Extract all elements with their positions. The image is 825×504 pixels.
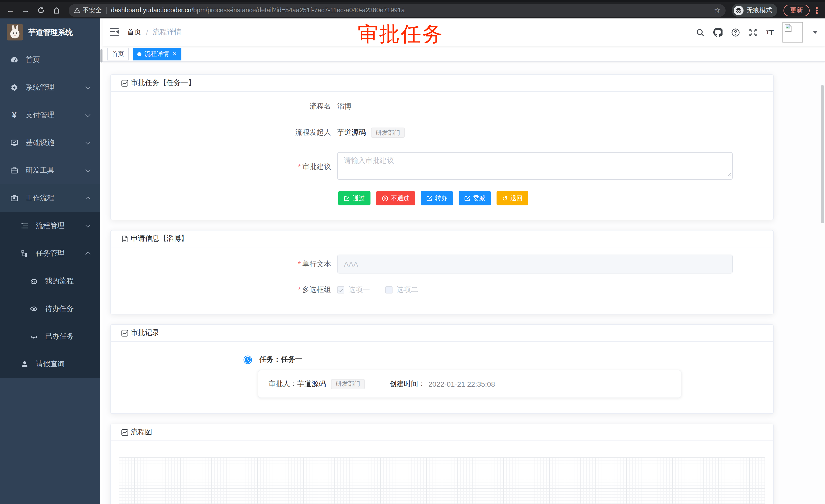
process-diagram-card: 流程图: [110, 424, 774, 504]
approve-button[interactable]: 通过: [338, 191, 371, 205]
refresh-left-icon: ↺: [502, 195, 508, 201]
card-header: 审批任务【任务一】: [111, 75, 773, 92]
avatar[interactable]: [782, 22, 803, 43]
annotation-text: 审批任务: [358, 20, 444, 48]
application-info-card: 申请信息【滔博】 *单行文本 *多选框组 选项一: [110, 230, 774, 315]
avatar-dropdown-caret-icon[interactable]: [813, 31, 818, 34]
help-icon[interactable]: [732, 28, 740, 36]
browser-menu-icon[interactable]: •••: [813, 6, 821, 14]
bookmark-star-icon[interactable]: ☆: [714, 6, 721, 14]
single-line-text-input[interactable]: [337, 255, 733, 273]
approver-dept-tag: 研发部门: [331, 379, 365, 389]
sidebar-item-label: 流程管理: [36, 221, 65, 231]
tab-process-detail[interactable]: 流程详情 ✕: [133, 48, 181, 61]
create-time-label: 创建时间：: [389, 379, 425, 389]
sidebar-item-done-tasks[interactable]: 已办任务: [0, 323, 100, 350]
list-icon: [20, 222, 29, 230]
sidebar-item-devtools[interactable]: 研发工具: [0, 157, 100, 184]
sidebar-item-my-process[interactable]: 我的流程: [0, 267, 100, 295]
not-secure-icon: [74, 7, 80, 13]
required-asterisk: *: [298, 285, 301, 293]
checkbox-label: 选项二: [397, 285, 418, 295]
chevron-down-icon: [85, 223, 90, 228]
required-asterisk: *: [298, 162, 301, 171]
breadcrumb-home[interactable]: 首页: [127, 28, 141, 37]
reject-button[interactable]: 不通过: [376, 191, 415, 205]
app-title: 芋道管理系统: [28, 27, 73, 37]
url-host[interactable]: dashboard.yudao.iocoder.cn: [111, 7, 192, 14]
delegate-button[interactable]: 委派: [459, 191, 491, 205]
sidebar-item-process-mgmt[interactable]: 流程管理: [0, 212, 100, 240]
required-asterisk: *: [298, 259, 301, 268]
omnibox-divider: [106, 7, 106, 14]
github-icon[interactable]: [714, 28, 723, 37]
chevron-down-icon: [85, 112, 90, 117]
search-icon[interactable]: [696, 28, 705, 36]
sidebar-item-leave-query[interactable]: 请假查询: [0, 350, 100, 378]
home-icon[interactable]: [50, 4, 63, 16]
approval-opinion-textarea[interactable]: [337, 152, 733, 180]
breadcrumb-separator: /: [146, 28, 148, 36]
sidebar-scrollbar[interactable]: [100, 18, 102, 504]
checkbox-group: 选项一 选项二: [337, 285, 418, 295]
sidebar-item-label: 首页: [26, 55, 40, 65]
forward-icon[interactable]: →: [19, 4, 32, 16]
edit-icon: [464, 195, 470, 201]
sidebar-item-home[interactable]: 首页: [0, 46, 100, 74]
tab-label: 流程详情: [145, 50, 169, 58]
sidebar-item-label: 系统管理: [26, 83, 54, 92]
fullscreen-icon[interactable]: [749, 28, 758, 36]
sidebar: 芋道管理系统 首页 系统管理 ¥ 支付管理: [0, 18, 100, 504]
yen-icon: ¥: [10, 111, 18, 120]
close-tab-icon[interactable]: ✕: [172, 51, 177, 57]
chevron-down-icon: [85, 167, 90, 172]
sidebar-item-label: 支付管理: [26, 111, 54, 120]
resize-grip-icon[interactable]: [727, 170, 731, 179]
collapse-sidebar-icon[interactable]: [110, 28, 119, 36]
back-icon[interactable]: ←: [4, 4, 16, 16]
tab-home[interactable]: 首页: [107, 48, 129, 61]
sidebar-item-label: 基础设施: [26, 138, 54, 148]
sidebar-item-infra[interactable]: 基础设施: [0, 129, 100, 157]
checkbox-option-2[interactable]: 选项二: [385, 285, 418, 295]
reload-icon[interactable]: [35, 4, 47, 16]
incognito-label: 无痕模式: [747, 6, 772, 15]
initiator-value: 芋道源码: [337, 128, 366, 137]
edit-icon: [344, 195, 350, 201]
sidebar-scrollbar-thumb[interactable]: [100, 49, 102, 63]
document-icon: [121, 235, 129, 243]
active-dot-icon: [137, 52, 141, 56]
sidebar-item-label: 已办任务: [45, 332, 74, 341]
security-label[interactable]: 不安全: [82, 6, 102, 15]
app-logo[interactable]: 芋道管理系统: [0, 18, 100, 46]
sidebar-item-label: 我的流程: [45, 276, 74, 286]
return-button[interactable]: ↺ 退回: [497, 191, 528, 205]
text-field-label: *单行文本: [111, 259, 337, 269]
breadcrumb-current: 流程详情: [153, 28, 181, 37]
checkbox-checked-icon: [337, 286, 344, 293]
transfer-button[interactable]: 转办: [421, 191, 453, 205]
eye-icon: [30, 305, 38, 313]
checkbox-label: 选项一: [349, 285, 370, 295]
page-content: 审批任务【任务一】 流程名 滔博 流程发起人 芋道源码 研发部门: [102, 62, 825, 504]
approval-record-card: 审批记录 任务：任务一 审批人： 芋道源码 研发部门: [110, 324, 774, 414]
page-scrollbar-thumb[interactable]: [821, 85, 824, 223]
sidebar-item-system[interactable]: 系统管理: [0, 74, 100, 101]
card-header: 审批记录: [111, 325, 773, 342]
user-icon: [20, 360, 29, 368]
card-title: 审批任务【任务一】: [131, 78, 195, 88]
update-button[interactable]: 更新: [783, 4, 810, 16]
font-size-icon[interactable]: TT: [766, 28, 774, 36]
checkbox-option-1[interactable]: 选项一: [337, 285, 370, 295]
sidebar-item-payment[interactable]: ¥ 支付管理: [0, 101, 100, 129]
sidebar-item-workflow[interactable]: 工作流程: [0, 184, 100, 212]
sidebar-item-task-mgmt[interactable]: 任务管理: [0, 240, 100, 267]
bpmn-diagram-canvas[interactable]: [119, 457, 765, 504]
address-bar[interactable]: 不安全 dashboard.yudao.iocoder.cn /bpm/proc…: [69, 4, 726, 17]
sidebar-item-todo-tasks[interactable]: 待办任务: [0, 295, 100, 323]
briefcase-icon: [10, 194, 18, 202]
logo-image: [7, 24, 23, 40]
incognito-icon: [734, 5, 744, 15]
url-path[interactable]: /bpm/process-instance/detail?id=54aa251f…: [192, 7, 710, 14]
chart-frame-icon: [121, 79, 129, 87]
